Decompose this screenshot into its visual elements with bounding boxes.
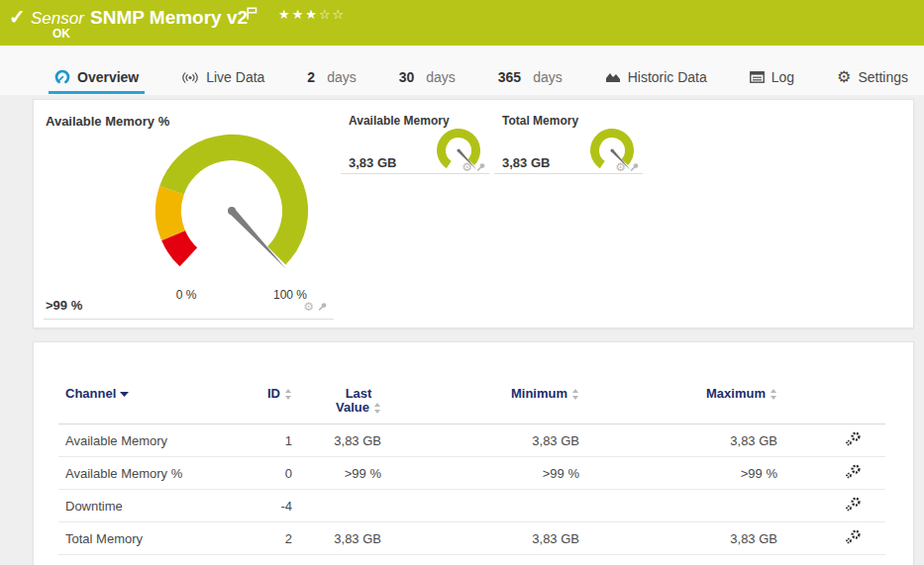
gauge-tile-available-memory-pct: Available Memory % 0 % 100 % >99 % ⚙ (44, 100, 334, 320)
sort-updown-icon (373, 403, 381, 414)
cell-maximum (583, 490, 781, 522)
cell-last-value: >99 % (296, 457, 385, 490)
stars-filled: ★★★ (278, 7, 319, 22)
tab-label: Historic Data (628, 69, 707, 85)
tab-day-count: 365 (498, 69, 521, 85)
pin-icon[interactable] (475, 162, 486, 173)
tab-live-data[interactable]: Live Data (181, 59, 264, 95)
sort-header-maximum[interactable]: Maximum (706, 387, 777, 401)
stars-empty: ☆☆ (319, 7, 346, 22)
cell-channel[interactable]: Available Memory % (58, 457, 242, 490)
cell-id: -4 (242, 490, 296, 522)
log-icon (750, 71, 765, 83)
channel-settings-gear-icon[interactable]: ⚙ (615, 161, 626, 173)
cell-id: 2 (242, 522, 296, 555)
table-row: Available Memory % 0 >99 % >99 % >99 % (58, 457, 885, 490)
cell-channel[interactable]: Downtime (58, 490, 242, 522)
cell-id: 1 (242, 424, 296, 457)
table-row: Downtime -4 (58, 490, 885, 522)
cell-minimum: >99 % (385, 457, 583, 490)
cell-last-value (296, 490, 385, 522)
tab-settings[interactable]: ⚙ Settings (837, 59, 908, 95)
tab-2-days[interactable]: 2 days (307, 59, 356, 95)
cell-id: 0 (242, 457, 296, 490)
tab-label: Live Data (206, 69, 264, 85)
sensor-header-bar: ✓ Sensor SNMP Memory v2 ★★★☆☆ OK (0, 0, 924, 46)
object-kind-label: Sensor (31, 9, 84, 29)
edit-channel-gears-icon[interactable] (845, 529, 862, 545)
historic-chart-icon (605, 70, 621, 84)
header-label: Minimum (511, 387, 567, 401)
header-label: Channel (65, 387, 116, 401)
tab-label: Overview (77, 69, 139, 85)
cell-minimum: 3,83 GB (385, 424, 583, 457)
sort-header-id[interactable]: ID (267, 387, 292, 401)
sort-updown-icon (770, 389, 777, 400)
cell-maximum: 3,83 GB (583, 522, 781, 555)
header-label: Value (336, 401, 369, 415)
cell-last-value: 3,83 GB (296, 424, 385, 457)
tab-log[interactable]: Log (750, 59, 794, 95)
sort-desc-icon (120, 392, 129, 397)
cell-last-value: 3,83 GB (296, 522, 385, 555)
header-label: ID (267, 387, 280, 401)
table-row: Total Memory 2 3,83 GB 3,83 GB 3,83 GB (58, 522, 885, 555)
live-data-icon (181, 71, 199, 84)
header-label: Maximum (706, 387, 766, 401)
cell-channel[interactable]: Total Memory (58, 522, 242, 555)
table-row: Available Memory 1 3,83 GB 3,83 GB 3,83 … (58, 424, 885, 457)
cell-minimum (385, 490, 583, 522)
pin-icon[interactable] (629, 162, 640, 173)
table-header-row: Channel ID Las (58, 367, 885, 424)
tab-day-unit: days (533, 69, 563, 85)
channel-table: Channel ID Las (58, 367, 885, 555)
sensor-status-text: OK (52, 27, 70, 41)
channel-settings-gear-icon[interactable]: ⚙ (303, 301, 314, 313)
cell-maximum: 3,83 GB (583, 424, 781, 457)
tab-label: Settings (858, 69, 908, 85)
settings-gear-icon: ⚙ (837, 69, 851, 85)
tab-day-unit: days (426, 69, 456, 85)
gauge-title: Total Memory (502, 114, 578, 128)
sort-updown-icon (284, 389, 292, 400)
tab-day-count: 2 (307, 69, 315, 85)
tab-strip: Overview Live Data 2 days 30 days 365 da… (0, 46, 924, 95)
priority-stars[interactable]: ★★★☆☆ (278, 7, 346, 22)
tab-365-days[interactable]: 365 days (498, 59, 563, 95)
header-label: Last (346, 386, 372, 401)
gauge-segment-yellow (155, 186, 185, 240)
overview-gauges-card: Available Memory % 0 % 100 % >99 % ⚙ Ava… (33, 99, 914, 329)
priority-flag-icon[interactable] (247, 6, 257, 24)
gauge-value: 3,83 GB (349, 155, 396, 170)
pin-icon[interactable] (317, 302, 328, 313)
cell-maximum: >99 % (583, 457, 781, 490)
gauge-value: >99 % (46, 298, 82, 313)
channel-settings-gear-icon[interactable]: ⚙ (462, 161, 472, 173)
gauge-tile-available-memory: Available Memory 3,83 GB ⚙ (341, 100, 489, 174)
tab-overview[interactable]: Overview (54, 59, 139, 95)
edit-channel-gears-icon[interactable] (845, 497, 862, 513)
edit-channel-gears-icon[interactable] (845, 464, 862, 480)
sort-header-minimum[interactable]: Minimum (511, 387, 579, 401)
tab-30-days[interactable]: 30 days (399, 59, 456, 95)
cell-channel[interactable]: Available Memory (58, 424, 242, 457)
gauge-value: 3,83 GB (502, 155, 550, 170)
sort-header-channel[interactable]: Channel (65, 387, 129, 401)
gauge-tile-total-memory: Total Memory 3,83 GB ⚙ (494, 100, 643, 174)
tab-label: Log (771, 69, 794, 85)
edit-channel-gears-icon[interactable] (845, 431, 862, 447)
channels-card: Channel ID Las (33, 341, 914, 565)
gauge-icon (54, 69, 70, 85)
sensor-title: SNMP Memory v2 (90, 7, 248, 29)
cell-minimum: 3,83 GB (385, 522, 583, 555)
tab-day-count: 30 (399, 69, 415, 85)
tab-historic-data[interactable]: Historic Data (605, 59, 707, 95)
status-ok-check-icon: ✓ (9, 5, 26, 29)
sort-updown-icon (571, 389, 579, 400)
sort-header-last-value[interactable]: Last Value (336, 387, 381, 415)
gauge-scale-min: 0 % (161, 288, 211, 302)
tab-day-unit: days (327, 69, 357, 85)
main-gauge (148, 127, 316, 295)
